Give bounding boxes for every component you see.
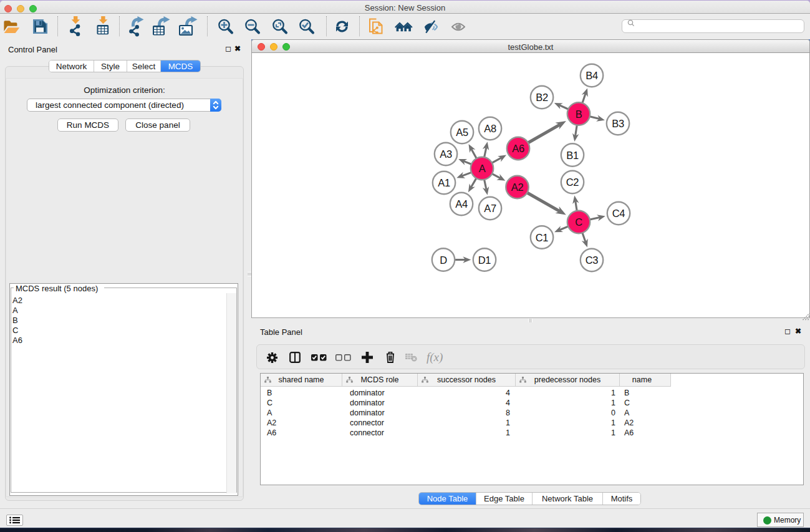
svg-text:C3: C3	[586, 254, 599, 266]
svg-text:C2: C2	[566, 177, 579, 188]
svg-text:C4: C4	[612, 208, 625, 219]
svg-text:B4: B4	[586, 70, 598, 81]
svg-text:D1: D1	[478, 254, 491, 266]
svg-text:C1: C1	[536, 232, 549, 243]
svg-text:D: D	[440, 254, 447, 266]
svg-text:A2: A2	[511, 181, 524, 193]
svg-text:A8: A8	[484, 123, 496, 134]
svg-text:A4: A4	[455, 198, 468, 210]
svg-text:A1: A1	[438, 177, 450, 188]
svg-text:B3: B3	[612, 118, 624, 129]
svg-text:B: B	[576, 109, 582, 120]
svg-text:f(x): f(x)	[427, 351, 443, 364]
svg-text:A7: A7	[484, 203, 496, 214]
svg-text:A3: A3	[440, 148, 452, 160]
svg-text:A: A	[479, 163, 486, 174]
svg-text:B2: B2	[536, 92, 548, 103]
svg-text:B1: B1	[566, 150, 579, 161]
svg-text:A6: A6	[512, 143, 524, 154]
svg-text:A5: A5	[456, 127, 468, 138]
svg-text:C: C	[575, 216, 582, 228]
